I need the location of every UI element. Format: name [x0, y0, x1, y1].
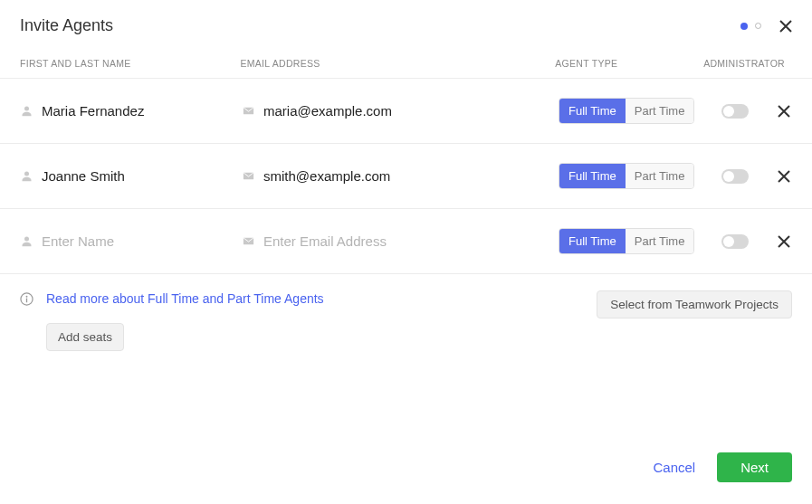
cell-email: [242, 168, 559, 184]
agent-rows: Full Time Part Time Ful: [0, 79, 812, 274]
help-link[interactable]: Read more about Full Time and Part Time …: [46, 291, 324, 306]
remove-row-button[interactable]: [778, 235, 790, 248]
svg-point-1: [24, 172, 29, 176]
full-time-button[interactable]: Full Time: [559, 164, 626, 188]
dialog-title: Invite Agents: [20, 16, 113, 35]
cancel-button[interactable]: Cancel: [653, 460, 695, 475]
svg-point-2: [24, 237, 29, 242]
header-right: [740, 20, 792, 33]
agent-row: Full Time Part Time: [0, 79, 812, 144]
close-icon: [778, 105, 790, 118]
email-input[interactable]: [263, 168, 435, 184]
cell-type: Full Time Part Time: [559, 163, 708, 189]
info-icon: [20, 292, 33, 309]
name-input[interactable]: [42, 168, 214, 184]
cell-remove: [762, 105, 792, 118]
mail-icon: [242, 234, 255, 248]
dialog-header: Invite Agents: [0, 0, 812, 48]
agent-row: Full Time Part Time: [0, 144, 812, 209]
remove-row-button[interactable]: [778, 170, 790, 183]
part-time-button[interactable]: Part Time: [626, 164, 694, 188]
agent-row: Full Time Part Time: [0, 209, 812, 274]
mail-icon: [242, 169, 255, 183]
step-dot-2: [755, 23, 761, 29]
cell-admin: [708, 104, 762, 119]
next-button[interactable]: Next: [717, 452, 792, 482]
col-header-type: AGENT TYPE: [555, 58, 703, 69]
cell-admin: [708, 234, 762, 249]
admin-toggle[interactable]: [721, 169, 749, 184]
agent-type-toggle: Full Time Part Time: [559, 163, 694, 189]
part-time-button[interactable]: Part Time: [626, 229, 694, 253]
full-time-button[interactable]: Full Time: [559, 99, 626, 123]
cell-type: Full Time Part Time: [559, 98, 708, 124]
admin-toggle[interactable]: [721, 104, 749, 119]
step-indicator: [740, 23, 761, 30]
link-block: Read more about Full Time and Part Time …: [46, 290, 597, 351]
add-seats-button[interactable]: Add seats: [46, 323, 124, 351]
col-header-name: FIRST AND LAST NAME: [20, 58, 240, 69]
svg-point-0: [24, 107, 29, 111]
cell-remove: [762, 235, 792, 248]
full-time-button[interactable]: Full Time: [559, 229, 626, 253]
person-icon: [20, 169, 33, 183]
close-icon: [779, 20, 792, 33]
person-icon: [20, 234, 33, 248]
svg-rect-5: [26, 299, 27, 303]
part-time-button[interactable]: Part Time: [626, 99, 694, 123]
admin-toggle[interactable]: [721, 234, 749, 249]
name-input[interactable]: [42, 233, 214, 249]
agent-type-toggle: Full Time Part Time: [559, 98, 694, 124]
select-teamwork-wrap: Select from Teamwork Projects: [597, 290, 792, 319]
agent-type-toggle: Full Time Part Time: [559, 228, 694, 254]
cell-remove: [762, 170, 792, 183]
cell-name: [20, 103, 242, 119]
cell-name: [20, 233, 242, 249]
bottom-bar: Cancel Next: [653, 452, 812, 504]
col-header-email: EMAIL ADDRESS: [240, 58, 555, 69]
cell-email: [242, 233, 559, 249]
person-icon: [20, 104, 33, 118]
remove-row-button[interactable]: [778, 105, 790, 118]
svg-point-4: [26, 296, 28, 298]
select-teamwork-button[interactable]: Select from Teamwork Projects: [597, 290, 792, 319]
col-header-admin: ADMINISTRATOR: [703, 58, 792, 69]
cell-type: Full Time Part Time: [559, 228, 708, 254]
cell-admin: [708, 169, 762, 184]
email-input[interactable]: [263, 233, 435, 249]
email-input[interactable]: [263, 103, 435, 119]
close-button[interactable]: [779, 20, 792, 33]
footer-row: Read more about Full Time and Part Time …: [0, 274, 812, 351]
cell-name: [20, 168, 242, 184]
name-input[interactable]: [42, 103, 214, 119]
step-dot-1: [740, 23, 748, 30]
close-icon: [778, 170, 790, 183]
mail-icon: [242, 104, 255, 118]
column-headers: FIRST AND LAST NAME EMAIL ADDRESS AGENT …: [0, 48, 812, 79]
cell-email: [242, 103, 559, 119]
close-icon: [778, 235, 790, 248]
